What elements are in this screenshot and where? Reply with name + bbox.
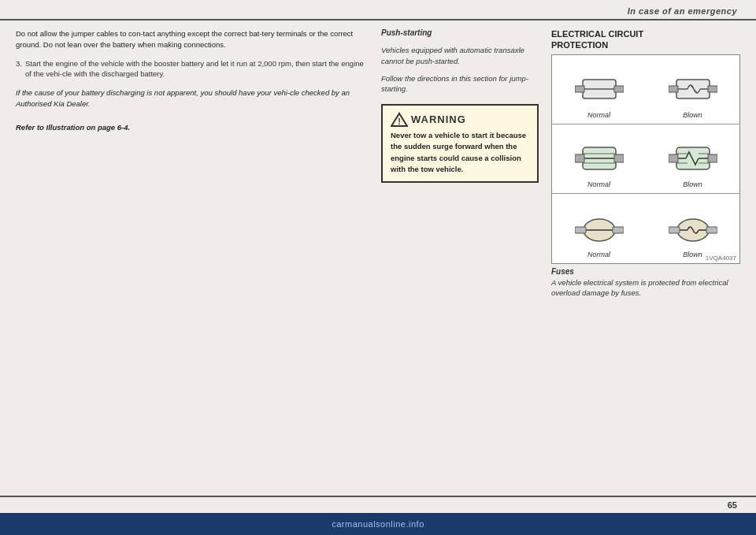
italic-note: If the cause of your battery discharging…	[16, 87, 369, 110]
page-title: In case of an emergency	[628, 6, 737, 16]
fuse-blown-label-3: Blown	[683, 251, 702, 258]
fuse-normal-1: Normal	[552, 55, 646, 124]
fuse-normal-2: Normal	[552, 124, 646, 193]
svg-rect-16	[575, 154, 584, 162]
fuse-blown-3: Blown	[646, 194, 739, 263]
svg-rect-32	[613, 227, 624, 233]
fuse-normal-label-3: Normal	[587, 251, 610, 258]
page-number: 65	[728, 500, 737, 510]
fuse-normal-3: Normal	[552, 194, 646, 263]
fuse-normal-label-2: Normal	[587, 180, 610, 188]
right-column: ELECTRICAL CIRCUIT PROTECTION	[551, 28, 740, 488]
fuse-normal-label-1: Normal	[587, 111, 610, 119]
main-content: Do not allow the jumper cables to con-ta…	[0, 20, 756, 496]
warning-label: WARNING	[411, 113, 466, 125]
warning-header: ! WARNING	[391, 112, 529, 126]
fuse-diagram: Normal	[551, 54, 740, 264]
svg-rect-25	[669, 154, 678, 162]
svg-rect-4	[575, 86, 584, 92]
left-para1: Do not allow the jumper cables to con-ta…	[16, 28, 369, 50]
step3-text: Start the engine of the vehicle with the…	[25, 58, 369, 80]
push-text2: Follow the directions in this section fo…	[381, 73, 539, 95]
svg-rect-26	[708, 154, 717, 162]
refer-text: Refer to Illustration on page 6-4.	[16, 122, 369, 133]
fuse-blown-label-2: Blown	[683, 180, 702, 188]
page-header: In case of an emergency	[0, 0, 756, 20]
watermark-text: carmanualsonline.info	[332, 519, 424, 529]
fuse-row-2: Normal	[552, 124, 739, 194]
warning-triangle-icon: !	[391, 112, 406, 126]
electrical-title: ELECTRICAL CIRCUIT PROTECTION	[551, 28, 740, 51]
left-column: Do not allow the jumper cables to con-ta…	[16, 28, 369, 488]
step3: 3. Start the engine of the vehicle with …	[16, 58, 369, 80]
svg-text:!: !	[398, 117, 401, 126]
fuse-blown-1: Blown	[646, 55, 739, 124]
fuse-blown-label-1: Blown	[683, 111, 702, 119]
svg-rect-31	[575, 227, 586, 233]
middle-column: Push-starting Vehicles equipped with aut…	[381, 28, 539, 488]
watermark-bar: carmanualsonline.info	[0, 513, 756, 535]
svg-rect-38	[669, 227, 680, 233]
warning-box: ! WARNING Never tow a vehicle to start i…	[381, 104, 539, 183]
push-starting-title: Push-starting	[381, 28, 539, 37]
svg-rect-5	[614, 86, 624, 92]
page-footer: 65	[0, 496, 756, 513]
svg-rect-10	[669, 86, 678, 92]
step3-label: 3.	[16, 58, 22, 80]
svg-rect-11	[708, 86, 717, 92]
fuse-blown-2: Blown	[646, 124, 739, 193]
fuses-caption: Fuses	[551, 267, 740, 276]
svg-rect-17	[614, 154, 624, 162]
fuse-row-3: Normal	[552, 194, 739, 263]
diagram-id: 1VQA4037	[706, 254, 736, 262]
fuse-row-1: Normal	[552, 55, 739, 124]
svg-rect-39	[706, 227, 717, 233]
push-text1: Vehicles equipped with automatic transax…	[381, 45, 539, 67]
page-container: In case of an emergency Do not allow the…	[0, 0, 756, 535]
fuses-description: A vehicle electrical system is protected…	[551, 277, 740, 299]
warning-text: Never tow a vehicle to start it because …	[391, 130, 529, 175]
